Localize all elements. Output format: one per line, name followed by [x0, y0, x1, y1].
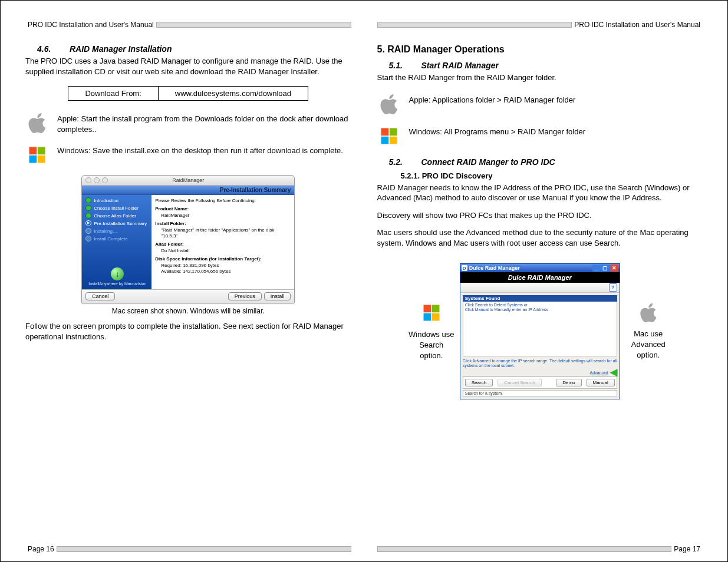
dulce-app-icon: D — [462, 265, 467, 271]
systems-hint-box: Click Search to Detect Systems or Click … — [463, 302, 617, 356]
dulce-banner: Dulce RAID Manager — [460, 272, 620, 283]
sec-5-1-body: Start the RAID Manger from the RAID Mang… — [377, 72, 703, 83]
step-done-icon — [85, 213, 91, 219]
sec-5-1-heading: 5.1.Start RAID Manager — [389, 61, 703, 70]
mac-install-button[interactable]: Install — [264, 292, 291, 300]
mac-titlebar: RaidManager — [82, 176, 294, 186]
apple-path-row: Apple: Applications folder > RAID Manage… — [377, 92, 703, 116]
sec-4-6-heading: 4.6.RAID Manager Installation — [37, 44, 351, 54]
search-button[interactable]: Search — [465, 379, 493, 386]
mac-cancel-button[interactable]: Cancel — [85, 292, 115, 300]
demo-button[interactable]: Demo — [556, 379, 581, 386]
dulce-screenshot-row: Windows use Search option. DDulce Raid M… — [377, 263, 703, 399]
download-url: www.dulcesystems.com/download — [158, 87, 308, 101]
mac-advanced-note: Mac use Advanced option. — [625, 303, 672, 360]
discovery-p2: Discovery will show two PRO FCs that mak… — [377, 210, 703, 221]
window-min-icon[interactable]: _ — [592, 265, 601, 272]
windows-path-text: Windows: All Programs menu > RAID Manger… — [409, 124, 585, 137]
mac-installer-screenshot: RaidManager Pre-Installation Summary Int… — [81, 175, 295, 303]
windows-path-row: Windows: All Programs menu > RAID Manger… — [377, 124, 703, 148]
page-footer-right: Page 17 — [377, 538, 703, 554]
dulce-titlebar: DDulce Raid Manager _ ▢ ✕ — [460, 264, 620, 272]
step-todo-icon — [85, 236, 91, 242]
windows-install-row: Windows: Save the install.exe on the des… — [25, 143, 351, 167]
sec-5-2-heading: 5.2.Connect RAID Manger to PRO IDC — [389, 157, 703, 167]
help-icon[interactable]: ? — [609, 283, 617, 292]
apple-logo-icon — [25, 111, 49, 135]
cancel-search-button[interactable]: Cancel Search — [498, 379, 541, 386]
manual-button[interactable]: Manual — [587, 379, 615, 386]
windows-logo-icon — [408, 302, 455, 326]
apple-logo-icon — [625, 303, 672, 326]
step-todo-icon — [85, 228, 91, 234]
follow-text: Follow the on screen prompts to complete… — [25, 321, 351, 342]
discovery-p3: Mac users should use the Advanced method… — [377, 227, 703, 248]
page-footer-left: Page 16 — [25, 538, 351, 554]
screenshot-caption: Mac screen shot shown. Windows will be s… — [25, 307, 351, 315]
windows-install-text: Windows: Save the install.exe on the des… — [57, 143, 343, 156]
status-bar: Search for a system. — [463, 390, 617, 396]
dulce-button-row: Search Cancel Search Demo Manual — [463, 376, 617, 389]
apple-logo-icon — [377, 92, 401, 116]
download-table: Download From: www.dulcesystems.com/down… — [68, 86, 308, 101]
dulce-raid-manager-window: DDulce Raid Manager _ ▢ ✕ Dulce RAID Man… — [460, 263, 620, 399]
dulce-toolbar: ? — [460, 283, 620, 293]
mac-banner: Pre-Installation Summary — [82, 186, 294, 195]
page-header-right: PRO IDC Installation and User's Manual — [377, 19, 703, 30]
download-arrow-icon: ↓ — [111, 267, 124, 280]
windows-logo-icon — [25, 143, 49, 167]
step-current-icon — [85, 220, 91, 226]
mac-main-panel: Please Review the Following Before Conti… — [151, 195, 294, 289]
advanced-hint: Click Advanced to change the IP search r… — [463, 359, 617, 368]
mac-previous-button[interactable]: Previous — [228, 292, 262, 300]
page-number-left: Page 16 — [25, 545, 57, 553]
sec-4-6-intro: The PRO IDC uses a Java based RAID Manag… — [25, 56, 351, 77]
windows-search-note: Windows use Search option. — [408, 302, 455, 361]
step-done-icon — [85, 205, 91, 211]
sec-5-heading: 5. RAID Manager Operations — [377, 44, 703, 55]
window-close-icon[interactable]: ✕ — [610, 265, 618, 272]
page-number-right: Page 17 — [671, 545, 703, 553]
dulce-app-title: Dulce Raid Manager — [469, 265, 520, 271]
discovery-p1: RAID Manager needs to know the IP Addres… — [377, 183, 703, 203]
windows-logo-icon — [377, 124, 401, 148]
download-label: Download From: — [68, 87, 158, 101]
mac-window-title: RaidManager — [82, 177, 294, 183]
apple-path-text: Apple: Applications folder > RAID Manage… — [409, 92, 576, 105]
advanced-link[interactable]: Advanced — [590, 371, 608, 375]
apple-install-text: Apple: Start the install program from th… — [57, 111, 351, 134]
doc-title: PRO IDC Installation and User's Manual — [25, 21, 156, 29]
doc-title: PRO IDC Installation and User's Manual — [572, 21, 703, 29]
step-done-icon — [85, 197, 91, 203]
systems-found-header: Systems Found — [463, 295, 617, 302]
page-header-left: PRO IDC Installation and User's Manual — [25, 19, 351, 30]
mac-sidebar: Introduction Choose Install Folder Choos… — [82, 195, 151, 289]
window-max-icon[interactable]: ▢ — [601, 265, 610, 272]
sec-5-2-1-heading: 5.2.1. PRO IDC Discovery — [401, 171, 703, 180]
installer-brand: InstallAnywhere by Macrovision — [85, 282, 149, 286]
apple-install-row: Apple: Start the install program from th… — [25, 111, 351, 135]
